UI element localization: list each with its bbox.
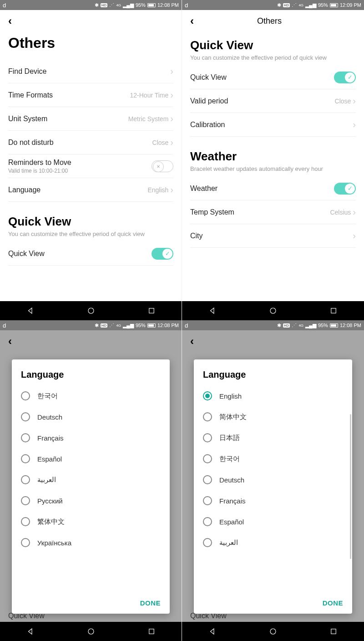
language-option[interactable]: 한국어 <box>21 385 161 406</box>
language-option[interactable]: Deutsch <box>203 469 343 490</box>
nav-back-icon[interactable] <box>208 307 217 315</box>
language-option-label: 日本語 <box>219 434 240 442</box>
weather-toggle[interactable] <box>334 183 356 195</box>
bluetooth-icon: ✱ <box>95 323 99 328</box>
language-option[interactable]: 繁体中文 <box>21 511 161 532</box>
battery-percent: 95% <box>318 2 328 8</box>
reminders-toggle[interactable] <box>152 160 173 172</box>
nav-home-icon[interactable] <box>269 627 277 636</box>
row-reminders-to-move: Reminders to Move Valid time is 10:00-21… <box>8 154 173 178</box>
section-weather: Weather <box>190 149 356 164</box>
row-valid-period[interactable]: Valid period Close › <box>190 89 356 113</box>
row-unit-system[interactable]: Unit System Metric System › <box>8 107 173 131</box>
wifi-icon: ⋰ <box>109 323 114 328</box>
battery-icon <box>330 323 338 328</box>
quick-view-toggle[interactable] <box>334 72 356 83</box>
status-carrier: d <box>3 322 6 329</box>
nav-recent-icon[interactable] <box>147 627 156 636</box>
radio-icon <box>203 433 212 442</box>
battery-icon <box>147 3 156 7</box>
row-calibration[interactable]: Calibration › <box>190 113 356 137</box>
back-button[interactable]: ‹ <box>8 15 12 27</box>
language-option[interactable]: Русский <box>21 490 161 511</box>
row-do-not-disturb[interactable]: Do not disturb Close › <box>8 131 173 154</box>
row-temp-system[interactable]: Temp System Celsius › <box>190 200 356 224</box>
wifi-icon: ⋰ <box>292 2 297 8</box>
battery-icon <box>147 323 156 328</box>
nav-recent-icon[interactable] <box>329 627 338 636</box>
language-dialog: Language 한국어DeutschFrançaisEspañolالعربي… <box>12 359 170 614</box>
bluetooth-icon: ✱ <box>277 2 281 8</box>
language-option-label: 한국어 <box>37 392 58 400</box>
language-option-label: English <box>219 392 242 400</box>
signal-icon: ▂▄▆ <box>123 323 134 328</box>
weather-subtitle: Bracelet weather updates automatically e… <box>190 165 356 172</box>
radio-icon <box>21 433 30 442</box>
language-option-label: Español <box>219 518 244 526</box>
language-option-label: 繁体中文 <box>37 518 65 526</box>
language-option[interactable]: Deutsch <box>21 406 161 427</box>
nav-back-icon[interactable] <box>26 307 35 315</box>
status-bar: d ✱ HD ⋰ 4G ▂▄▆ 95% 12:08 PM <box>0 0 182 10</box>
status-bar: d ✱ HD ⋰ 4G ▂▄▆ 95% 12:08 PM <box>182 320 364 330</box>
language-option-label: Français <box>219 497 246 505</box>
android-nav-bar <box>182 301 364 320</box>
status-time: 12:08 PM <box>157 2 179 8</box>
language-options-list[interactable]: 한국어DeutschFrançaisEspañolالعربيةРусский繁… <box>21 385 161 595</box>
done-button[interactable]: DONE <box>140 599 161 607</box>
done-button[interactable]: DONE <box>323 599 343 607</box>
language-option[interactable]: 简体中文 <box>203 406 343 427</box>
battery-percent: 95% <box>318 323 328 328</box>
row-quick-view: Quick View <box>8 242 173 266</box>
nav-recent-icon[interactable] <box>147 307 156 315</box>
section-quick-view: Quick View <box>190 38 356 52</box>
chevron-right-icon: › <box>170 66 173 77</box>
signal-icon: ▂▄▆ <box>305 323 316 328</box>
language-option[interactable]: Español <box>203 511 343 532</box>
nav-home-icon[interactable] <box>87 307 95 315</box>
row-find-device[interactable]: Find Device › <box>8 60 173 83</box>
section-quick-view: Quick View <box>8 215 173 229</box>
row-weather: Weather <box>190 177 356 200</box>
language-option[interactable]: English <box>203 385 343 406</box>
language-option[interactable]: Українська <box>21 532 161 553</box>
language-option-label: 简体中文 <box>219 413 247 421</box>
status-carrier: d <box>185 322 188 329</box>
language-options-list[interactable]: English简体中文日本語한국어DeutschFrançaisEspañolا… <box>203 385 343 595</box>
language-dialog: Language English简体中文日本語한국어DeutschFrançai… <box>194 359 352 614</box>
quick-view-toggle[interactable] <box>152 248 173 260</box>
svg-point-6 <box>270 629 276 634</box>
android-nav-bar <box>0 301 182 320</box>
language-option[interactable]: Français <box>21 427 161 448</box>
language-option-label: Українська <box>37 539 71 547</box>
row-city[interactable]: City › <box>190 224 356 248</box>
status-carrier: d <box>185 2 188 9</box>
nav-home-icon[interactable] <box>269 307 277 315</box>
radio-icon <box>203 412 212 421</box>
nav-recent-icon[interactable] <box>329 307 338 315</box>
nav-home-icon[interactable] <box>87 627 95 636</box>
nav-back-icon[interactable] <box>208 627 217 636</box>
svg-point-0 <box>88 308 94 313</box>
radio-icon <box>21 475 30 484</box>
network-icon: 4G <box>116 3 121 7</box>
language-option[interactable]: Español <box>21 448 161 469</box>
screen-others-scrolled: d ✱ HD ⋰ 4G ▂▄▆ 95% 12:09 PM ‹ Others Qu… <box>182 0 364 320</box>
language-option[interactable]: العربية <box>203 532 343 553</box>
svg-rect-5 <box>149 629 154 634</box>
language-option[interactable]: 한국어 <box>203 448 343 469</box>
radio-icon <box>21 412 30 421</box>
android-nav-bar <box>0 622 182 641</box>
language-option[interactable]: Français <box>203 490 343 511</box>
nav-back-icon[interactable] <box>26 627 35 636</box>
language-option[interactable]: العربية <box>21 469 161 490</box>
row-language[interactable]: Language English › <box>8 178 173 202</box>
network-icon: 4G <box>298 3 303 7</box>
battery-percent: 95% <box>136 323 146 328</box>
dialog-title: Language <box>203 369 343 380</box>
chevron-right-icon: › <box>170 185 173 195</box>
radio-icon <box>21 517 30 526</box>
quick-view-subtitle: You can customize the effective period o… <box>8 231 173 237</box>
language-option[interactable]: 日本語 <box>203 427 343 448</box>
row-time-formats[interactable]: Time Formats 12-Hour Time › <box>8 83 173 107</box>
